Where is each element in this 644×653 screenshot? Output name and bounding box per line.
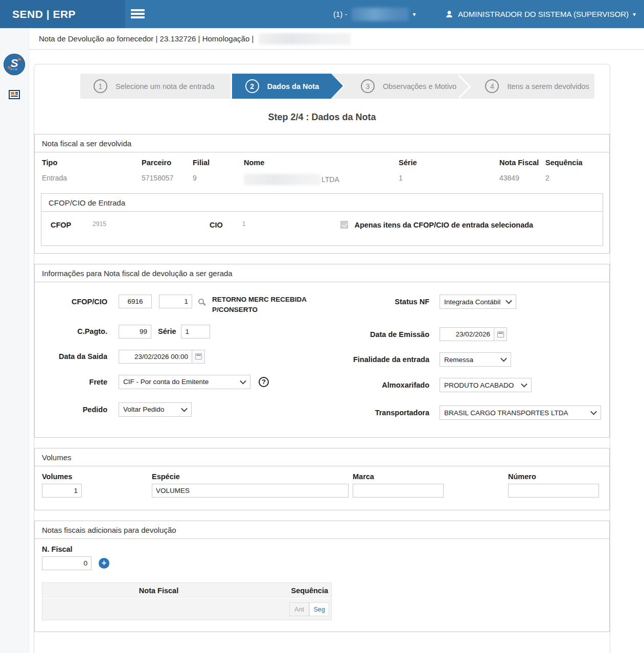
send-logo[interactable]: S erp	[4, 54, 25, 75]
wizard-steps: 1 Selecione um nota de entrada 2 Dados d…	[80, 74, 594, 99]
n-fiscal-label: N. Fiscal	[42, 545, 73, 553]
frete-select[interactable]: CIF - Por conta do Emitente	[119, 375, 250, 389]
notas-adicionais-table: Nota Fiscal Sequência Ant Seg	[42, 582, 332, 620]
redacted-breadcrumb-company	[259, 33, 351, 44]
almoxarifado-label: Almoxarifado	[323, 381, 429, 389]
transportadora-label: Transportadora	[323, 409, 429, 417]
step-number-badge: 2	[245, 79, 259, 93]
step-label: Dados da Nota	[267, 82, 319, 91]
cell-nota-fiscal: 43849	[499, 174, 545, 185]
status-nf-label: Status NF	[323, 298, 429, 306]
company-selector[interactable]: (1) - ▾	[333, 0, 416, 28]
nota-fiscal-table: Tipo Parceiro Filial Nome Série Nota Fis…	[35, 152, 609, 186]
logo-accent-icon	[17, 58, 21, 61]
breadcrumb-bar: Nota de Devolução ao fornecedor | 23.132…	[0, 28, 644, 50]
caret-down-icon: ▾	[413, 11, 416, 18]
marca-label: Marca	[353, 472, 508, 481]
cio-value: 1	[242, 220, 246, 228]
cell-tipo: Entrada	[42, 174, 142, 185]
step-number-badge: 4	[485, 79, 499, 93]
cfop-cio-input[interactable]	[159, 295, 192, 308]
left-sidebar: S erp	[0, 28, 29, 653]
pager-next-button[interactable]: Seg	[309, 602, 329, 616]
volumes-input[interactable]	[42, 484, 82, 498]
especie-input[interactable]	[152, 484, 349, 498]
user-name: ADMINISTRADOR DO SISTEMA (SUPERVISOR)	[458, 10, 629, 18]
status-nf-select[interactable]: Integrada Contábil	[440, 295, 516, 309]
cfop-code-input[interactable]	[119, 295, 152, 308]
col-header: Sequência	[545, 159, 602, 167]
user-menu[interactable]: ADMINISTRADOR DO SISTEMA (SUPERVISOR) ▾	[445, 0, 636, 28]
caret-down-icon: ▾	[633, 11, 636, 18]
app-brand[interactable]: SEND | ERP	[0, 0, 125, 28]
sidebar-item-news[interactable]	[8, 89, 20, 101]
almoxarifado-select[interactable]: PRODUTO ACABADO	[440, 378, 532, 392]
data-emissao-label: Data de Emissão	[323, 330, 429, 339]
top-bar: SEND | ERP (1) - ▾ ADMINISTRADOR DO SIST…	[0, 0, 644, 28]
pedido-select[interactable]: Voltar Pedido	[119, 402, 192, 417]
redacted-partner-name	[244, 174, 320, 185]
step-title: Step 2/4 : Dados da Nota	[34, 112, 610, 123]
main-content: 1 Selecione um nota de entrada 2 Dados d…	[29, 50, 644, 653]
cell-filial: 9	[193, 174, 244, 185]
wizard-step-4[interactable]: 4 Itens a serem devolvidos	[461, 74, 594, 99]
plus-icon[interactable]: +	[99, 558, 109, 569]
form-right-column: Status NF Integrada Contábil Data de Emi…	[323, 295, 604, 420]
col-header: Parceiro	[142, 159, 193, 167]
data-saida-label: Data da Saida	[42, 352, 107, 361]
section-title: Notas fiscais adicionais para devolução	[35, 521, 609, 539]
logo-letter: S	[11, 58, 18, 69]
wizard-step-3[interactable]: 3 Observações e Motivo	[331, 74, 461, 99]
data-saida-input[interactable]	[119, 350, 192, 364]
marca-input[interactable]	[353, 484, 444, 498]
news-icon	[8, 89, 20, 100]
calendar-icon[interactable]	[494, 327, 507, 341]
section-title: Informações para Nota fiscal de devoluçã…	[35, 264, 609, 282]
checkbox-label: Apenas itens da CFOP/CIO de entrada sele…	[354, 221, 533, 229]
question-icon[interactable]: ?	[259, 377, 269, 387]
step-number-badge: 3	[361, 79, 375, 93]
volumes-label: Volumes	[42, 472, 152, 481]
col-header: Tipo	[42, 159, 142, 167]
finalidade-label: Finalidade da entrada	[323, 355, 429, 364]
logo-subtext: erp	[11, 67, 18, 71]
section-volumes: Volumes Volumes Espécie Marca	[34, 448, 610, 510]
col-header: Série	[399, 159, 499, 167]
breadcrumb: Nota de Devolução ao fornecedor | 23.132…	[39, 34, 254, 43]
pager-prev-button[interactable]: Ant	[289, 602, 309, 616]
only-selected-cfop-checkbox[interactable]	[340, 221, 348, 229]
cpagto-input[interactable]	[119, 325, 151, 339]
cfop-label: CFOP	[51, 221, 71, 229]
table-pager: Ant Seg	[289, 602, 329, 616]
search-icon[interactable]	[198, 299, 204, 304]
cpagto-label: C.Pagto.	[42, 327, 107, 335]
numero-input[interactable]	[508, 484, 599, 498]
serie-input[interactable]	[181, 325, 210, 339]
especie-label: Espécie	[152, 472, 353, 481]
n-fiscal-input[interactable]	[42, 556, 91, 570]
cfop-cio-label: CFOP/CIO	[42, 298, 107, 306]
cfop-description: RETORNO MERC RECEBIDA P/CONSERTO	[212, 295, 314, 316]
company-prefix: (1) -	[333, 10, 348, 18]
cell-sequencia: 2	[545, 174, 602, 185]
col-header: Nota Fiscal	[499, 159, 545, 167]
table-empty-row: Ant Seg	[42, 599, 331, 620]
numero-label: Número	[508, 472, 602, 481]
serie-label: Série	[158, 327, 176, 335]
wizard-step-2-active[interactable]: 2 Dados da Nota	[231, 74, 331, 99]
col-header-sequencia: Sequência	[275, 587, 331, 595]
data-emissao-input[interactable]	[440, 327, 494, 341]
calendar-icon[interactable]	[192, 350, 205, 364]
cell-nome-suffix: LTDA	[321, 175, 339, 184]
section-title: CFOP/CIO de Entrada	[41, 194, 603, 212]
wizard-card: 1 Selecione um nota de entrada 2 Dados d…	[34, 64, 610, 653]
section-notas-adicionais: Notas fiscais adicionais para devolução …	[34, 521, 610, 632]
cio-label: CIO	[210, 221, 223, 229]
cell-serie: 1	[399, 174, 499, 185]
finalidade-select[interactable]: Remessa	[440, 352, 511, 367]
section-title: Volumes	[35, 448, 609, 466]
transportadora-select[interactable]: BRASIL CARGO TRANSPORTES LTDA	[440, 406, 601, 420]
menu-icon[interactable]	[131, 7, 146, 20]
wizard-step-1[interactable]: 1 Selecione um nota de entrada	[80, 74, 231, 99]
step-number-badge: 1	[94, 79, 107, 93]
